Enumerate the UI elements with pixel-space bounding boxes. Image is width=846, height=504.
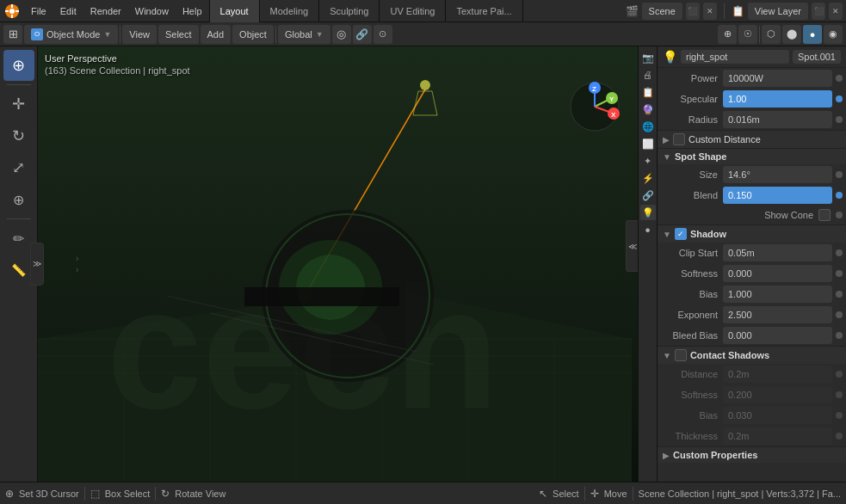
clip-start-dot[interactable] [836, 249, 843, 256]
viewlayer-dropdown[interactable]: View Layer [748, 3, 808, 20]
transform-space-dropdown[interactable]: Global ▼ [278, 25, 330, 44]
viewport[interactable]: cech User Perspective (163) Scene Collec… [38, 46, 638, 482]
contact-thickness-value[interactable]: 0.2m [723, 427, 832, 445]
bias-value[interactable]: 1.000 [723, 286, 832, 303]
specular-value[interactable]: 1.00 [723, 90, 832, 108]
shadow-header[interactable]: ▼ ✓ Shadow [658, 224, 846, 243]
tab-uv-editing[interactable]: UV Editing [380, 0, 446, 22]
spot-shape-label: Spot Shape [675, 151, 727, 162]
particles-props-icon[interactable]: ✦ [640, 153, 656, 169]
blender-logo[interactable] [0, 0, 24, 22]
data-props-icon[interactable]: 💡 [640, 205, 656, 220]
shadow-checkbox[interactable]: ✓ [675, 228, 687, 240]
bleed-bias-dot[interactable] [836, 332, 843, 339]
exponent-dot[interactable] [836, 311, 843, 318]
shadow-softness-dot[interactable] [836, 270, 843, 277]
custom-distance-checkbox[interactable] [673, 133, 685, 145]
contact-distance-value[interactable]: 0.2m [723, 366, 832, 383]
show-cone-checkbox[interactable] [818, 209, 831, 221]
contact-bias-dot[interactable] [836, 412, 843, 419]
shading-wire-btn[interactable]: ⬡ [762, 25, 781, 44]
svg-rect-2 [11, 4, 13, 8]
world-props-icon[interactable]: 🌐 [640, 119, 656, 134]
blend-dot[interactable] [836, 192, 843, 199]
viewlayer-add-btn[interactable]: ✕ [829, 3, 843, 20]
radius-label: Radius [661, 114, 723, 125]
object-mode-dropdown[interactable]: O Object Mode ▼ [24, 25, 118, 44]
physics-props-icon[interactable]: ⚡ [640, 170, 656, 186]
contact-bias-value[interactable]: 0.030 [723, 407, 832, 424]
scene-expand-btn[interactable]: ⬛ [686, 3, 700, 20]
contact-shadows-header[interactable]: ▼ Contact Shadows [658, 346, 846, 364]
radius-value[interactable]: 0.016m [723, 111, 832, 128]
specular-label: Specular [661, 94, 723, 104]
tab-layout[interactable]: Layout [209, 0, 260, 22]
exponent-value[interactable]: 2.500 [723, 306, 832, 323]
menu-render[interactable]: Render [83, 0, 128, 22]
shading-material-btn[interactable]: ● [803, 25, 822, 44]
power-dot[interactable] [836, 75, 843, 82]
scene-dropdown[interactable]: Scene [642, 3, 682, 20]
shadow-softness-value[interactable]: 0.000 [723, 265, 832, 282]
size-dot[interactable] [836, 171, 843, 178]
scene-props-icon[interactable]: 🔮 [640, 101, 656, 117]
scale-tool[interactable]: ⤢ [3, 152, 34, 183]
sidebar-collapse-arrow[interactable]: ≫ [30, 243, 44, 286]
proportional-edit-btn[interactable]: ⊙ [374, 25, 392, 44]
spot-shape-header[interactable]: ▼ Spot Shape [658, 148, 846, 164]
overlay-btn[interactable]: ⊕ [718, 25, 737, 44]
blend-value[interactable]: 0.150 [723, 187, 832, 204]
render-props-icon[interactable]: 📷 [640, 50, 656, 65]
show-cone-dot[interactable] [836, 212, 843, 218]
rotate-tool[interactable]: ↻ [3, 120, 34, 151]
viewport-tools-icon[interactable]: ⊞ [3, 25, 22, 44]
add-button[interactable]: Add [201, 25, 232, 44]
contact-distance-dot[interactable] [836, 371, 843, 378]
transform-pivot-btn[interactable]: ◎ [332, 25, 351, 44]
tab-modeling[interactable]: Modeling [260, 0, 320, 22]
bias-dot[interactable] [836, 291, 843, 298]
viewlayer-expand-btn[interactable]: ⬛ [812, 3, 825, 20]
light-type[interactable]: Spot.001 [793, 50, 841, 64]
menu-window[interactable]: Window [128, 0, 176, 22]
axis-gizmo[interactable]: Y X Z [569, 81, 621, 132]
custom-properties-header[interactable]: ▶ Custom Properties [658, 446, 846, 463]
object-props-icon[interactable]: ⬜ [640, 136, 656, 151]
specular-dot[interactable] [836, 95, 843, 102]
shading-solid-btn[interactable]: ⬤ [782, 25, 801, 44]
snap-btn[interactable]: 🔗 [353, 25, 372, 44]
custom-distance-header[interactable]: ▶ Custom Distance [658, 130, 846, 148]
scene-add-btn[interactable]: ✕ [703, 3, 717, 20]
shading-render-btn[interactable]: ◉ [824, 25, 843, 44]
contact-softness-value[interactable]: 0.200 [723, 386, 832, 403]
contact-thickness-dot[interactable] [836, 433, 843, 439]
menu-help[interactable]: Help [176, 0, 209, 22]
constraints-props-icon[interactable]: 🔗 [640, 187, 656, 203]
power-value[interactable]: 10000W [723, 70, 832, 87]
menu-file[interactable]: File [24, 0, 53, 22]
viewport-sidebar-toggle[interactable]: ≪ [626, 220, 638, 272]
gizmo-btn[interactable]: ☉ [738, 25, 757, 44]
object-button[interactable]: Object [232, 25, 274, 44]
tab-sculpting[interactable]: Sculpting [319, 0, 380, 22]
select-button[interactable]: Select [158, 25, 199, 44]
cursor-tool[interactable]: ⊕ [3, 50, 34, 81]
move-tool[interactable]: ✛ [3, 89, 34, 120]
transform-tool[interactable]: ⊕ [3, 184, 34, 215]
contact-shadows-checkbox[interactable] [675, 349, 687, 361]
output-props-icon[interactable]: 🖨 [640, 67, 656, 83]
select-status-icon: ↖ [539, 488, 547, 500]
radius-dot[interactable] [836, 116, 843, 123]
view-button[interactable]: View [122, 25, 157, 44]
material-props-icon[interactable]: ● [640, 222, 656, 237]
menu-edit[interactable]: Edit [53, 0, 83, 22]
bleed-bias-value[interactable]: 0.000 [723, 327, 832, 344]
clip-start-label: Clip Start [661, 248, 723, 258]
contact-softness-dot[interactable] [836, 391, 843, 398]
svg-point-1 [9, 9, 15, 14]
view-layer-props-icon[interactable]: 📋 [640, 84, 656, 100]
tab-texture-paint[interactable]: Texture Pai... [446, 0, 522, 22]
light-name[interactable]: right_spot [681, 50, 789, 64]
size-value[interactable]: 14.6° [723, 166, 832, 183]
clip-start-value[interactable]: 0.05m [723, 244, 832, 261]
